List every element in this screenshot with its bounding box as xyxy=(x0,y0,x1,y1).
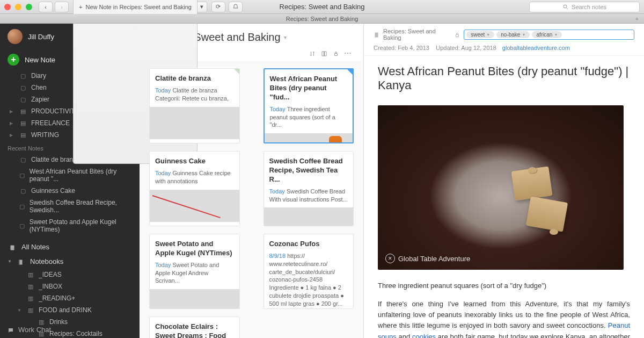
sidebar-item-label: _IDEAS xyxy=(39,271,62,278)
notebooks-label: Notebooks xyxy=(30,257,63,265)
note-card[interactable]: Cozonac Pufos8/9/18 https:// www.retetec… xyxy=(264,234,354,309)
active-tab[interactable]: Recipes: Sweet and Baking xyxy=(286,16,358,22)
note-editor: Recipes: Sweet and Baking sweet▼no-bake▼… xyxy=(364,24,644,338)
svg-point-0 xyxy=(564,5,567,8)
sidebar-item-label: West African Peanut Bites (dry peanut ".… xyxy=(30,168,132,183)
plus-icon: + xyxy=(8,54,19,66)
chat-icon xyxy=(8,326,14,334)
tags-field[interactable]: sweet▼no-bake▼african▼ xyxy=(464,30,634,40)
card-thumbnail xyxy=(264,207,354,226)
sidebar-item-label: Diary xyxy=(31,72,46,80)
all-notes-label: All Notes xyxy=(21,243,49,251)
svg-rect-6 xyxy=(335,54,338,56)
sync-button[interactable]: ⟳ xyxy=(211,2,225,12)
svg-rect-5 xyxy=(325,52,327,56)
notebook-reading[interactable]: ▥_READING+ xyxy=(16,292,140,304)
card-title: Sweet Potato and Apple Kugel (NYTimes) xyxy=(155,240,234,258)
note-card[interactable]: Chocolate Eclairs : Sweet Dreams : Food xyxy=(149,317,240,338)
recent-note-item[interactable]: ▢Sweet Potato and Apple Kugel (NYTimes) xyxy=(0,216,140,235)
titlebar: ‹ › + New Note in Recipes: Sweet and Bak… xyxy=(0,0,644,14)
card-title: Clatite de branza xyxy=(155,74,234,83)
note-card[interactable]: Guinness CakeToday Guinness Cake recipe … xyxy=(149,151,240,226)
card-snippet: Today Swedish Coffee Bread With visual i… xyxy=(269,188,348,204)
lock-icon[interactable] xyxy=(454,31,460,38)
notebook-ideas[interactable]: ▥_IDEAS xyxy=(16,269,140,281)
corner-flag xyxy=(234,69,239,74)
notebook-icon: ▥ xyxy=(27,307,34,314)
search-placeholder: Search notes xyxy=(572,4,606,10)
tag-label: no-bake xyxy=(501,32,520,38)
toolbar-actions: ⟳ xyxy=(211,2,243,12)
view-toggle-button[interactable] xyxy=(318,49,330,57)
svg-rect-8 xyxy=(456,34,459,37)
chevron-down-icon: ▼ xyxy=(522,33,525,37)
forward-button[interactable]: › xyxy=(55,2,69,12)
note-title[interactable]: West African Peanut Bites (dry peanut "f… xyxy=(364,56,644,98)
chevron-down-icon: ▼ xyxy=(554,33,558,37)
notebook-icon xyxy=(374,31,380,38)
card-date: Today xyxy=(155,87,171,94)
svg-rect-4 xyxy=(322,52,324,56)
note-card[interactable]: West African Peanut Bites (dry peanut "f… xyxy=(264,68,354,143)
close-window[interactable] xyxy=(4,4,11,10)
note-icon: ▢ xyxy=(19,172,25,179)
sidebar-item-label: Sweet Potato and Apple Kugel (NYTimes) xyxy=(30,218,132,233)
note-paragraph: If there's one thing I've learned from t… xyxy=(378,299,630,338)
card-date: Today xyxy=(270,106,286,112)
recent-note-item[interactable]: ▢West African Peanut Bites (dry peanut "… xyxy=(0,166,140,185)
note-paragraph: Three ingredient peanut squares (sort of… xyxy=(378,281,630,291)
recent-note-item[interactable]: ▢Swedish Coffee Bread Recipe, Swedish... xyxy=(0,197,140,216)
tag-label: sweet xyxy=(471,32,485,38)
all-notes[interactable]: All Notes xyxy=(0,240,140,254)
globe-icon: ✕ xyxy=(385,254,395,263)
note-card[interactable]: Swedish Coffee Bread Recipe, Swedish Tea… xyxy=(264,151,354,226)
share-button[interactable] xyxy=(330,49,342,57)
sidebar-item-label: _INBOX xyxy=(39,283,62,290)
card-snippet: Today Clatite de branza Categorii: Retet… xyxy=(155,87,234,103)
chevron-down-icon: ▼ xyxy=(486,33,490,37)
source-link[interactable]: globaltableadventure.com xyxy=(502,45,570,51)
zoom-window[interactable] xyxy=(26,4,32,10)
expand-icon: ▶ xyxy=(10,121,15,126)
breadcrumb-notebook[interactable]: Recipes: Sweet and Baking xyxy=(383,28,451,41)
notebooks-header[interactable]: ▼ Notebooks xyxy=(0,254,140,269)
note-body[interactable]: ✕ Global Table Adventure Three ingredien… xyxy=(364,98,644,338)
stack-icon: ▤ xyxy=(19,120,27,127)
expand-icon: ▼ xyxy=(17,308,23,313)
search-input[interactable]: Search notes xyxy=(529,2,640,12)
card-title: Swedish Coffee Bread Recipe, Swedish Tea… xyxy=(269,157,348,184)
new-note-label: New Note in Recipes: Sweet and Baking xyxy=(85,4,192,10)
sort-button[interactable] xyxy=(306,49,318,57)
minimize-window[interactable] xyxy=(15,4,21,10)
notifications-button[interactable] xyxy=(229,2,243,12)
notebook-inbox[interactable]: ▥_INBOX xyxy=(16,281,140,292)
note-icon: ▢ xyxy=(19,84,27,91)
content-link[interactable]: cookies xyxy=(412,333,436,338)
back-button[interactable]: ‹ xyxy=(39,2,53,12)
recent-note-item[interactable]: ▢Guinness Cake xyxy=(0,185,140,197)
card-snippet: Today Guinness Cake recipe with annotati… xyxy=(155,169,234,185)
tag-pill[interactable]: african▼ xyxy=(532,31,562,38)
new-tab-button[interactable]: + xyxy=(632,14,642,24)
card-title: West African Peanut Bites (dry peanut "f… xyxy=(270,75,348,102)
note-icon: ▢ xyxy=(19,73,27,80)
note-card[interactable]: Sweet Potato and Apple Kugel (NYTimes)To… xyxy=(149,234,240,309)
note-icon: ▢ xyxy=(19,96,27,103)
work-chat[interactable]: Work Chat xyxy=(0,321,140,338)
new-note-dropdown[interactable]: ▾ xyxy=(197,2,207,12)
sidebar-item-label: FREELANCE xyxy=(31,119,70,127)
sidebar-item-label: Guinness Cake xyxy=(31,187,75,195)
note-icon: ▢ xyxy=(19,222,25,229)
notebook-icon: ▥ xyxy=(27,283,34,290)
notebook-food[interactable]: ▼▥FOOD and DRINK xyxy=(16,304,140,316)
tag-pill[interactable]: sweet▼ xyxy=(466,31,494,38)
card-date: 8/9/18 xyxy=(269,253,286,259)
work-chat-label: Work Chat xyxy=(18,326,51,334)
tag-pill[interactable]: no-bake▼ xyxy=(496,31,530,38)
traffic-lights xyxy=(4,4,32,10)
nav-buttons: ‹ › xyxy=(39,2,69,12)
more-button[interactable]: ⋯ xyxy=(342,49,354,57)
note-card[interactable]: Clatite de branzaToday Clatite de branza… xyxy=(149,68,240,143)
plus-icon: + xyxy=(79,4,82,10)
svg-rect-1 xyxy=(11,245,14,250)
